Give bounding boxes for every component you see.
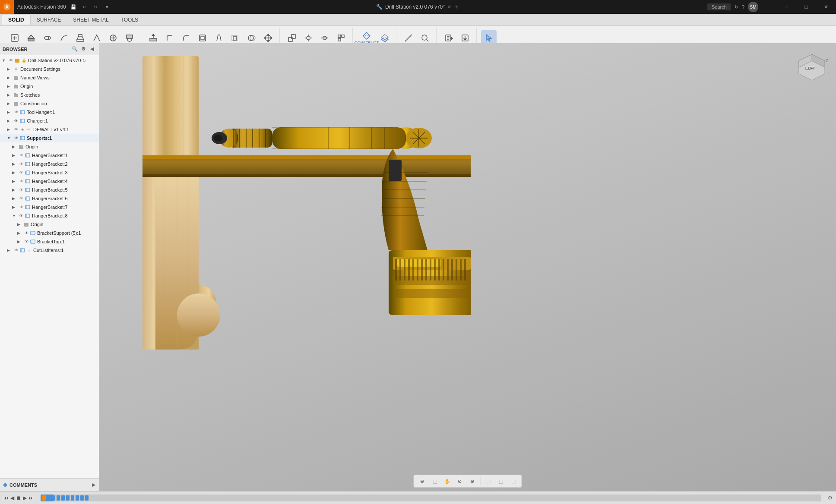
close-button[interactable]: ✕: [816, 0, 836, 14]
orientation-cube[interactable]: LEFT Z →: [795, 50, 829, 85]
window-controls: − □ ✕: [776, 0, 836, 14]
undo-button[interactable]: ↩: [79, 1, 90, 13]
tree-item-hb3[interactable]: ▶ 👁 HangerBracket:3: [0, 168, 99, 177]
quick-menu-button[interactable]: ▾: [101, 1, 113, 13]
timeline-track[interactable]: [41, 495, 821, 501]
save-button[interactable]: 💾: [68, 1, 79, 13]
tree-item-construction[interactable]: ▶ Construction: [0, 99, 99, 108]
tree-item-sketches[interactable]: ▶ Sketches: [0, 91, 99, 99]
tree-item-doc-settings[interactable]: ▶ ⚙ Document Settings: [0, 65, 99, 73]
play-button[interactable]: ▶: [23, 495, 27, 501]
tree-label-hb5: HangerBracket:5: [32, 187, 68, 192]
orbit-button[interactable]: ⬚: [429, 476, 440, 486]
zoom-button[interactable]: ⊙: [454, 476, 466, 486]
redo-button[interactable]: ↪: [90, 1, 101, 13]
tree-icons: [13, 101, 19, 107]
tree-item-hb6[interactable]: ▶ 👁 HangerBracket:6: [0, 194, 99, 203]
tree-item-hb7[interactable]: ▶ 👁 HangerBracket:7: [0, 203, 99, 211]
vis-icon[interactable]: 👁: [18, 152, 24, 158]
comp-icon: [25, 161, 31, 167]
tree-item-dewalt[interactable]: ▶ 👁 ◈ ✏ DEWALT v1 v4:1: [0, 125, 99, 134]
comments-expand-button[interactable]: ▶: [92, 482, 95, 488]
tree-icons: [13, 83, 19, 89]
close-title-icon[interactable]: ✕: [447, 4, 451, 10]
visibility-icon[interactable]: 👁: [13, 126, 19, 132]
tree-item-named-views[interactable]: ▶ Named Views: [0, 73, 99, 82]
expand-icon: ▶: [7, 93, 13, 97]
tree-item-hb1[interactable]: ▶ 👁 HangerBracket:1: [0, 151, 99, 160]
tree-label-dewalt: DEWALT v1 v4:1: [33, 127, 69, 132]
vis-icon[interactable]: 👁: [23, 230, 29, 236]
display-mode-button[interactable]: ⬚: [483, 476, 494, 486]
visibility-icon[interactable]: 👁: [8, 57, 14, 63]
tree-item-charger[interactable]: ▶ 👁 Charger:1: [0, 117, 99, 125]
tree-item-toolhanger[interactable]: ▶ 👁 ToolHanger:1: [0, 108, 99, 117]
svg-rect-67: [14, 94, 18, 97]
user-avatar[interactable]: SM: [748, 2, 758, 12]
vis-icon[interactable]: 👁: [23, 239, 29, 245]
visibility-icon[interactable]: 👁: [13, 135, 19, 141]
tree-item-supports[interactable]: ▼ 👁 Supports:1: [0, 134, 99, 142]
component-icon: [19, 135, 25, 141]
tree-item-origin[interactable]: ▶ Origin: [0, 82, 99, 91]
help-button[interactable]: ?: [742, 4, 744, 9]
tab-tools[interactable]: TOOLS: [115, 15, 144, 25]
svg-marker-6: [28, 35, 34, 38]
svg-rect-155: [430, 259, 431, 280]
svg-rect-8: [79, 35, 82, 36]
help-search-button[interactable]: Search: [707, 3, 731, 10]
visual-style-button[interactable]: ⬚: [495, 476, 507, 486]
svg-rect-170: [389, 160, 402, 181]
tree-item-hb5[interactable]: ▶ 👁 HangerBracket:5: [0, 186, 99, 194]
tab-surface[interactable]: SURFACE: [31, 15, 67, 25]
tree-item-root[interactable]: ▼ 👁 🔒 Drill Station v2.0 076 v70 ↻: [0, 56, 99, 65]
tree-label-doc-settings: Document Settings: [20, 66, 60, 72]
vis-icon[interactable]: 👁: [18, 213, 24, 219]
tree-item-hb8-origin[interactable]: ▶ Origin: [0, 220, 99, 229]
tree-icons: [18, 144, 24, 150]
zoom-fit-button[interactable]: ⊕: [467, 476, 478, 486]
svg-rect-151: [412, 259, 414, 280]
add-tab-icon[interactable]: ＋: [454, 3, 460, 11]
tree-item-hb4[interactable]: ▶ 👁 HangerBracket:4: [0, 177, 99, 186]
skip-start-button[interactable]: ⏮: [3, 495, 9, 501]
tree-label-hb8: HangerBracket:8: [32, 213, 68, 218]
skip-end-button[interactable]: ⏭: [28, 495, 34, 501]
vis-icon[interactable]: 👁: [13, 247, 19, 253]
visibility-icon[interactable]: 👁: [13, 109, 19, 115]
stop-button[interactable]: ⏹: [16, 495, 21, 501]
vis-icon[interactable]: 👁: [18, 195, 24, 202]
tree-label-construction: Construction: [20, 101, 47, 106]
vis-icon[interactable]: 👁: [18, 170, 24, 176]
more-options-button[interactable]: ⬚: [508, 476, 519, 486]
fit-view-button[interactable]: ⊕: [417, 476, 428, 486]
tree-item-hb8[interactable]: ▼ 👁 HangerBracket:8: [0, 211, 99, 220]
svg-rect-149: [404, 259, 405, 280]
comments-label: COMMENTS: [10, 482, 37, 488]
tree-item-hb2[interactable]: ▶ 👁 HangerBracket:2: [0, 160, 99, 168]
browser-search-button[interactable]: 🔍: [70, 45, 79, 54]
comp-icon: [25, 152, 31, 158]
visibility-icon[interactable]: 👁: [13, 118, 19, 124]
tree-item-cutlist[interactable]: ▶ 👁 ○ CutListItems:1: [0, 246, 99, 255]
timeline-settings-button[interactable]: ⚙: [828, 495, 833, 501]
pan-button[interactable]: ✋: [442, 476, 453, 486]
tab-sheet-metal[interactable]: SHEET METAL: [67, 15, 114, 25]
vis-icon[interactable]: 👁: [18, 187, 24, 193]
svg-rect-95: [24, 223, 28, 227]
viewport-canvas[interactable]: LEFT Z → ⊕ ⬚ ✋ ⊙ ⊕ ⬚ ⬚ ⬚: [99, 43, 836, 491]
minimize-button[interactable]: −: [776, 0, 796, 14]
tree-item-sup-origin[interactable]: ▶ Origin: [0, 142, 99, 151]
vis-icon[interactable]: 👁: [18, 178, 24, 184]
browser-settings-button[interactable]: ⚙: [79, 45, 88, 54]
vis-icon[interactable]: 👁: [18, 161, 24, 167]
tree-item-brackettop[interactable]: ▶ 👁 BracketTop:1: [0, 237, 99, 246]
tree-item-bracketsupport[interactable]: ▶ 👁 BracketSupport (5):1: [0, 229, 99, 237]
vis-icon[interactable]: 👁: [18, 204, 24, 210]
tab-solid[interactable]: SOLID: [2, 15, 31, 25]
maximize-button[interactable]: □: [796, 0, 816, 14]
browser-collapse-button[interactable]: ◀: [88, 45, 96, 54]
play-back-button[interactable]: ◀: [10, 495, 14, 501]
tree-label-hb6: HangerBracket:6: [32, 196, 68, 201]
expand-icon: ▶: [7, 84, 13, 88]
